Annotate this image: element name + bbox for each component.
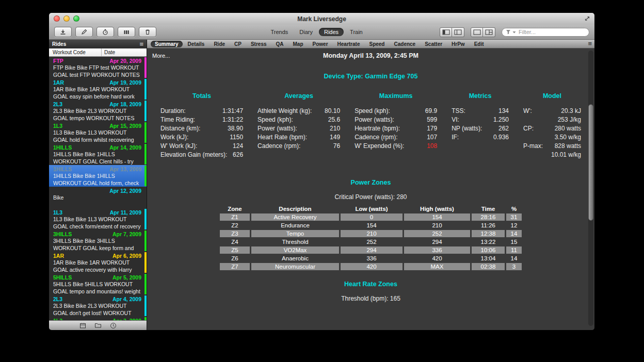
zoom-window-button[interactable] [73, 15, 79, 22]
ride-list-item[interactable]: FTP Apr 20, 2009 FTP Bike Bike FTP test … [49, 57, 147, 78]
summary-value: 0.936 [493, 133, 509, 142]
report-scrollbar-thumb[interactable] [588, 104, 593, 221]
window-titlebar[interactable]: Mark Liversedge [49, 13, 594, 25]
ride-color-stripe [144, 166, 147, 186]
summary-column-totals: Totals Duration: 1:31:47 Time Riding: 1:… [160, 92, 243, 159]
chart-tab-scatter[interactable]: Scatter [421, 41, 446, 47]
zone-pct: 11 [506, 246, 522, 254]
ride-description: 5HILLS Bike 5HILLS WORKOUT GOAL tempo an… [53, 281, 141, 295]
chart-tab-ride[interactable]: Ride [210, 41, 229, 47]
summary-row: Time Riding: 1:31:22 [160, 116, 243, 124]
zone-description: Anaerobic [251, 255, 339, 262]
ride-list-item[interactable]: 5HILLS Apr 5, 2009 5HILLS Bike 5HILLS WO… [49, 273, 147, 295]
filter-input[interactable] [518, 28, 585, 36]
filter-caret-icon [512, 31, 516, 34]
ride-list-item[interactable]: 2L3 Apr 4, 2009 2L3 Bike Bike 2L3 WORKOU… [49, 295, 147, 317]
ride-description: 1AR Bike Bike 1AR WORKOUT GOAL easy spin… [53, 86, 141, 100]
ride-date: Apr 4, 2009 [112, 296, 141, 303]
summary-rows: Athlete Weight (kg): 80.10 Speed (kph): … [257, 107, 340, 151]
zone-low: 336 [341, 255, 403, 262]
chart-tab-summary[interactable]: Summary [151, 41, 183, 47]
chart-tab-power[interactable]: Power [309, 41, 332, 47]
ride-list-item[interactable]: 1HILLS Apr 13, 2009 1HILLS Bike Bike 1HI… [49, 165, 147, 187]
zone-time: 10:06 [472, 246, 505, 254]
summary-row: Work (kJ): 1150 [160, 133, 243, 142]
ride-date: Apr 13, 2009 [109, 166, 141, 173]
view-tab-diary[interactable]: Diary [294, 28, 318, 36]
view-tab-rides[interactable]: Rides [319, 28, 344, 36]
ride-description: 1AR Bike Bike 1AR WORKOUT GOAL active re… [53, 259, 141, 273]
view-tab-train[interactable]: Train [345, 28, 368, 36]
summary-value: 210 [330, 124, 340, 133]
ride-date: Apr 6, 2009 [112, 253, 141, 259]
zone-header-%: % [506, 205, 522, 212]
chart-tab-speed[interactable]: Speed [365, 41, 389, 47]
column-workout-code[interactable]: Workout Code [49, 48, 102, 56]
tabbed-view-button[interactable] [471, 27, 483, 37]
ride-list-item[interactable]: 1L3 Apr 11, 2009 1L3 Bike Bike 1L3 WORKO… [49, 208, 147, 230]
chart-tab-bar: SummaryDetailsRideCPStressQAMapPowerHear… [147, 40, 594, 48]
chart-tab-hrpw[interactable]: HrPw [447, 41, 469, 47]
delete-ride-button[interactable] [139, 27, 156, 37]
chart-tab-cadence[interactable]: Cadence [390, 41, 420, 47]
summary-row: TSS: 134 [452, 107, 509, 116]
summary-value: 179 [427, 124, 437, 133]
chart-menu-icon[interactable]: ≡ [588, 41, 592, 46]
intervals-button[interactable] [118, 27, 135, 37]
ride-list-item[interactable]: 1HILLS Apr 14, 2009 1HILLS Bike Bike 1HI… [49, 143, 147, 165]
ride-item-header: FTP Apr 20, 2009 [53, 58, 141, 64]
chart-tab-map[interactable]: Map [289, 41, 308, 47]
toggle-sidebar-button[interactable] [440, 27, 452, 37]
summary-label: Speed (kph): [355, 107, 390, 116]
zone-low: 252 [341, 238, 403, 245]
column-date[interactable]: Date [102, 48, 147, 56]
zone-high: 210 [404, 222, 470, 229]
zone-zone: Z4 [220, 238, 250, 245]
ride-list-item[interactable]: 1L3 Apr 15, 2009 1L3 Bike Bike 1L3 WORKO… [49, 122, 147, 143]
folder-icon[interactable] [94, 322, 102, 328]
ride-list-item[interactable]: 1AR Apr 6, 2009 1AR Bike Bike 1AR WORKOU… [49, 252, 147, 273]
report-scrollbar-track[interactable] [588, 51, 593, 326]
stopwatch-button[interactable] [96, 27, 114, 37]
toggle-lowbar-button[interactable] [452, 27, 464, 37]
summary-label: Work (kJ): [160, 133, 188, 142]
summary-label: Time Riding: [160, 116, 195, 124]
zone-description: Threshold [251, 238, 339, 245]
close-window-button[interactable] [54, 15, 60, 22]
ride-list-item[interactable]: 3HILLS Apr 7, 2009 3HILLS Bike Bike 3HIL… [49, 230, 147, 252]
ride-code: 1AR [53, 79, 64, 86]
chart-tab-heartrate[interactable]: Heartrate [333, 41, 364, 47]
more-link[interactable]: More... [152, 53, 170, 59]
filter-field[interactable] [502, 28, 589, 37]
manual-entry-button[interactable] [75, 27, 93, 37]
zone-header-high-watts-: High (watts) [404, 205, 470, 212]
ride-list-item[interactable]: 1L3 Apr 3, 2009 [49, 317, 147, 320]
chart-tab-details[interactable]: Details [184, 41, 209, 47]
minimize-window-button[interactable] [63, 15, 70, 22]
zone-high: 420 [404, 255, 470, 262]
chart-tab-cp[interactable]: CP [230, 41, 246, 47]
fullscreen-icon[interactable] [584, 15, 591, 22]
summary-row: Power (watts): 210 [257, 124, 340, 133]
import-ride-button[interactable] [54, 27, 72, 37]
ride-color-stripe [144, 295, 147, 316]
ride-list-item[interactable]: 1AR Apr 19, 2009 1AR Bike Bike 1AR WORKO… [49, 78, 147, 100]
ride-list-item[interactable]: Apr 12, 2009 Bike [49, 187, 147, 208]
view-tab-trends[interactable]: Trends [265, 28, 293, 36]
ride-color-stripe [144, 209, 147, 229]
ride-list-item[interactable]: 2L3 Apr 18, 2009 2L3 Bike Bike 2L3 WORKO… [49, 100, 147, 122]
toolbar-right [440, 27, 589, 37]
ride-code: FTP [53, 58, 63, 64]
calendar-icon[interactable] [79, 322, 86, 329]
summary-row: NP (watts): 262 [452, 124, 509, 133]
ride-code: 1L3 [53, 318, 62, 320]
summary-row: Duration: 1:31:47 [160, 107, 243, 116]
summary-row: 253 J/kg [523, 116, 581, 124]
tiled-view-button[interactable] [483, 27, 495, 37]
chart-tab-stress[interactable]: Stress [247, 41, 271, 47]
chart-tab-edit[interactable]: Edit [470, 41, 488, 47]
zone-low: 420 [341, 263, 403, 270]
sidebar-menu-icon[interactable]: ≡ [139, 42, 143, 47]
clock-icon[interactable] [110, 322, 117, 329]
chart-tab-qa[interactable]: QA [272, 41, 288, 47]
